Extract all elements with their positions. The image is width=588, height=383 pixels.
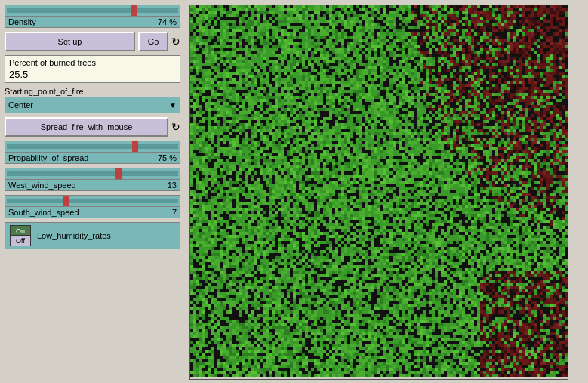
probability-slider: Propability_of_spread 75 % — [5, 141, 180, 164]
density-thumb[interactable] — [131, 5, 137, 16]
left-panel: Density 74 % Set up Go ↻ Percent of burn… — [0, 0, 185, 383]
setup-button[interactable]: Set up — [5, 32, 135, 51]
density-value: 74 % — [158, 17, 177, 26]
density-label: Density — [8, 17, 36, 26]
south-wind-thumb[interactable] — [63, 196, 69, 206]
low-humidity-label: Low_humidity_rates — [37, 231, 111, 240]
starting-point-selected: Center — [8, 100, 33, 110]
spread-fire-button[interactable]: Spread_fire_with_mouse — [5, 117, 168, 137]
toggle-off-label[interactable]: Off — [10, 236, 31, 246]
probability-label-row: Propability_of_spread 75 % — [5, 153, 180, 164]
starting-point-dropdown[interactable]: Center ▼ — [5, 97, 180, 113]
south-wind-slider: South_wind_speed 7 — [5, 195, 180, 218]
density-label-row: Density 74 % — [5, 17, 180, 28]
south-wind-track[interactable] — [5, 195, 180, 207]
density-track-bar — [7, 8, 178, 13]
probability-track[interactable] — [5, 141, 180, 153]
south-wind-track-bar — [7, 199, 178, 203]
west-wind-label-row: West_wind_speed 13 — [5, 180, 180, 191]
south-wind-label-row: South_wind_speed 7 — [5, 207, 180, 218]
starting-point-section: Starting_point_of_fire Center ▼ — [5, 87, 180, 113]
density-slider: Density 74 % — [5, 5, 180, 28]
west-wind-track-bar — [7, 171, 178, 176]
south-wind-label: South_wind_speed — [8, 208, 79, 217]
chevron-down-icon: ▼ — [169, 101, 177, 110]
toggle-on-label[interactable]: On — [10, 225, 31, 236]
percent-burned-label: Percent of burned trees — [9, 58, 176, 67]
density-track[interactable] — [5, 5, 180, 17]
refresh-icon[interactable]: ↻ — [171, 36, 180, 48]
west-wind-thumb[interactable] — [115, 168, 122, 179]
south-wind-value: 7 — [172, 208, 177, 217]
probability-label: Propability_of_spread — [8, 153, 88, 162]
percent-burned-box: Percent of burned trees 25.5 — [5, 55, 180, 83]
forest-canvas[interactable] — [189, 5, 568, 380]
west-wind-track[interactable] — [5, 168, 180, 180]
low-humidity-section: On Off Low_humidity_rates — [5, 222, 180, 249]
probability-value: 75 % — [158, 153, 177, 162]
right-panel — [185, 0, 588, 383]
probability-thumb[interactable] — [132, 141, 138, 152]
spread-refresh-icon[interactable]: ↻ — [171, 121, 180, 133]
spread-fire-row: Spread_fire_with_mouse ↻ — [5, 117, 180, 137]
starting-point-label: Starting_point_of_fire — [5, 87, 180, 96]
west-wind-label: West_wind_speed — [8, 181, 76, 190]
probability-track-bar — [7, 144, 178, 149]
go-button[interactable]: Go — [138, 32, 168, 51]
buttons-row: Set up Go ↻ — [5, 32, 180, 51]
percent-burned-value: 25.5 — [9, 69, 176, 80]
low-humidity-toggle[interactable]: On Off — [10, 225, 31, 246]
west-wind-slider: West_wind_speed 13 — [5, 168, 180, 191]
west-wind-value: 13 — [168, 181, 177, 190]
